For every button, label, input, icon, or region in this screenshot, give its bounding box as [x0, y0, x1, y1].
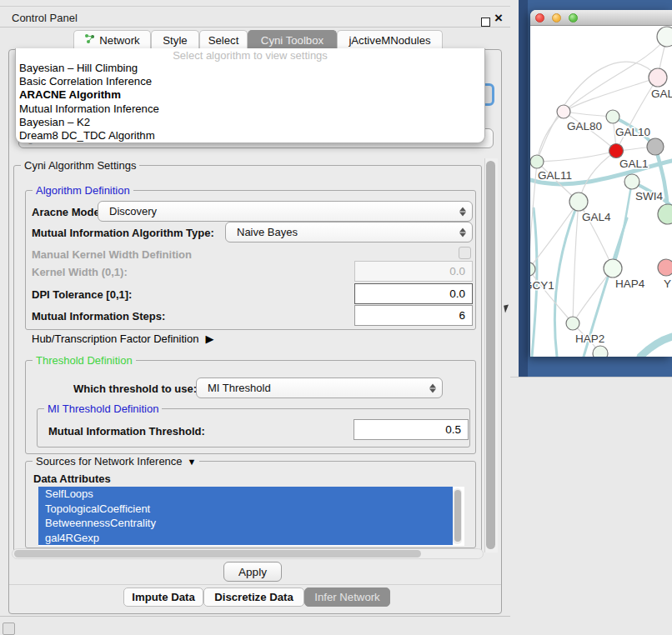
node-label: GAL11: [538, 169, 572, 182]
node-label: HAP2: [575, 332, 604, 345]
algorithm-option[interactable]: Bayesian – Hill Climbing: [16, 62, 484, 75]
network-node-gal10[interactable]: [606, 110, 619, 123]
tab-impute-data[interactable]: Impute Data: [123, 588, 203, 607]
network-node-gal80[interactable]: [557, 105, 570, 118]
tab-impute-data-label: Impute Data: [132, 591, 194, 603]
network-edge[interactable]: [564, 112, 613, 117]
tab-cyni-toolbox-label: Cyni Toolbox: [261, 34, 323, 47]
float-window-icon[interactable]: [481, 18, 490, 27]
data-attributes-list[interactable]: SelfLoopsTopologicalCoefficientBetweenne…: [38, 487, 464, 546]
tab-infer-network-label: Infer Network: [314, 591, 379, 603]
desktop-background-shade: [519, 0, 528, 377]
manual-kernel-width-checkbox[interactable]: [459, 247, 471, 259]
hub-transcription-section-toggle[interactable]: Hub/Transcription Factor Definition ▶: [32, 332, 213, 345]
manual-kernel-width-label: Manual Kernel Width Definition: [32, 248, 192, 261]
network-node-gal[interactable]: [649, 68, 667, 87]
aracne-mode-value: Discovery: [109, 205, 157, 218]
tab-cyni-toolbox[interactable]: Cyni Toolbox: [248, 30, 337, 49]
which-threshold-label: Which threshold to use:: [73, 382, 197, 395]
stepper-icon: [459, 207, 466, 216]
network-node[interactable]: [657, 27, 672, 47]
close-icon[interactable]: ×: [494, 10, 503, 27]
aracne-mode-combobox[interactable]: Discovery: [98, 201, 473, 222]
data-attributes-label: Data Attributes: [33, 472, 111, 485]
kernel-width-input[interactable]: [354, 261, 473, 282]
mi-steps-input[interactable]: [354, 305, 473, 326]
control-panel-window: Control Panel × Network Style Select Cyn…: [0, 0, 510, 617]
node-label: GAL80: [567, 120, 602, 132]
tab-select-label: Select: [208, 34, 239, 47]
network-node[interactable]: [593, 346, 608, 357]
network-edge[interactable]: [537, 112, 564, 162]
mi-threshold-definition-title: MI Threshold Definition: [44, 402, 162, 415]
network-edge[interactable]: [640, 337, 672, 357]
network-node-gal11[interactable]: [530, 155, 544, 168]
zoom-traffic-light-icon[interactable]: [569, 13, 578, 22]
dpi-tolerance-input[interactable]: [354, 283, 473, 304]
tab-discretize-data-label: Discretize Data: [214, 591, 293, 603]
tab-jactivemnodules-label: jActiveMNodules: [349, 34, 430, 47]
table-panel-section: Table Panel ⚙ shared... name YDL19...YDL…: [510, 377, 672, 635]
mi-algorithm-type-label: Mutual Information Algorithm Type:: [32, 227, 214, 239]
network-window-titlebar[interactable]: [530, 10, 672, 26]
panel-divider: [9, 584, 501, 585]
mi-algorithm-type-value: Naive Bayes: [237, 226, 298, 238]
network-node[interactable]: [647, 138, 664, 155]
mi-algorithm-type-combobox[interactable]: Naive Bayes: [225, 222, 473, 242]
dropdown-placeholder: Select algorithm to view settings: [16, 49, 484, 62]
attribute-list-item[interactable]: BetweennessCentrality: [38, 516, 453, 531]
attribute-list-scrollbar-thumb[interactable]: [454, 490, 461, 542]
close-traffic-light-icon[interactable]: [535, 13, 544, 22]
attribute-list-item[interactable]: SelfLoops: [38, 487, 453, 502]
tab-network-label: Network: [99, 34, 139, 47]
network-node-gal1[interactable]: [609, 144, 624, 158]
tab-jactivemnodules[interactable]: jActiveMNodules: [337, 30, 443, 49]
node-label: GAL1: [619, 158, 649, 170]
network-node-gcy1[interactable]: [530, 262, 535, 276]
network-graph: GALGAL80GAL10GAL1GAL11SWI4GAL4GCY1HAP4YH…: [530, 26, 672, 357]
algorithm-option[interactable]: Bayesian – K2: [16, 116, 484, 129]
sources-title-label: Sources for Network Inference: [36, 455, 183, 468]
tab-select[interactable]: Select: [199, 30, 248, 49]
attribute-list-item[interactable]: gal4RGexp: [38, 531, 453, 546]
mi-threshold-input[interactable]: [354, 419, 469, 440]
dropdown-item-list: Bayesian – Hill ClimbingBasic Correlatio…: [16, 62, 484, 142]
tab-style[interactable]: Style: [151, 30, 199, 49]
settings-horizontal-scrollbar-thumb[interactable]: [14, 550, 421, 558]
stepper-icon: [459, 228, 466, 237]
network-node-hap4[interactable]: [604, 259, 622, 278]
minimized-panel-icon[interactable]: [3, 622, 15, 635]
network-node-gal4[interactable]: [569, 192, 588, 211]
threshold-definition-title: Threshold Definition: [33, 354, 136, 367]
tab-network[interactable]: Network: [73, 30, 151, 49]
kernel-width-label: Kernel Width (0,1):: [32, 266, 128, 278]
network-node[interactable]: [658, 204, 672, 224]
which-threshold-combobox[interactable]: MI Threshold: [196, 378, 443, 398]
settings-scrollbar-thumb[interactable]: [486, 161, 495, 549]
algorithm-option[interactable]: Dream8 DC_TDC Algorithm: [16, 129, 484, 142]
tab-discretize-data[interactable]: Discretize Data: [203, 588, 304, 607]
apply-button[interactable]: Apply: [223, 562, 282, 582]
algorithm-option[interactable]: Basic Correlation Inference: [16, 75, 484, 88]
sources-group-title[interactable]: Sources for Network Inference▼: [33, 455, 199, 468]
hub-transcription-label: Hub/Transcription Factor Definition: [32, 332, 198, 345]
aracne-mode-label: Aracne Mode:: [32, 206, 103, 218]
algorithm-option[interactable]: ARACNE Algorithm: [16, 88, 484, 102]
dpi-tolerance-label: DPI Tolerance [0,1]:: [32, 288, 132, 301]
network-edge[interactable]: [573, 268, 613, 323]
algorithm-option[interactable]: Mutual Information Inference: [16, 102, 484, 116]
tab-infer-network[interactable]: Infer Network: [304, 588, 390, 607]
attribute-list-item[interactable]: TopologicalCoefficient: [38, 502, 453, 517]
network-canvas[interactable]: GALGAL80GAL10GAL1GAL11SWI4GAL4GCY1HAP4YH…: [530, 26, 672, 357]
network-edge[interactable]: [564, 78, 658, 112]
minimize-traffic-light-icon[interactable]: [552, 13, 561, 22]
network-edge[interactable]: [537, 62, 658, 162]
network-edge[interactable]: [573, 202, 579, 323]
network-node-y[interactable]: [658, 259, 672, 276]
node-label: GAL10: [615, 126, 650, 138]
network-node-swi4[interactable]: [624, 174, 639, 189]
node-label: GAL4: [582, 211, 611, 223]
settings-group-title: Cyni Algorithm Settings: [21, 159, 139, 172]
network-node-hap2[interactable]: [566, 317, 579, 330]
network-view-window: GALGAL80GAL10GAL1GAL11SWI4GAL4GCY1HAP4YH…: [530, 10, 672, 357]
